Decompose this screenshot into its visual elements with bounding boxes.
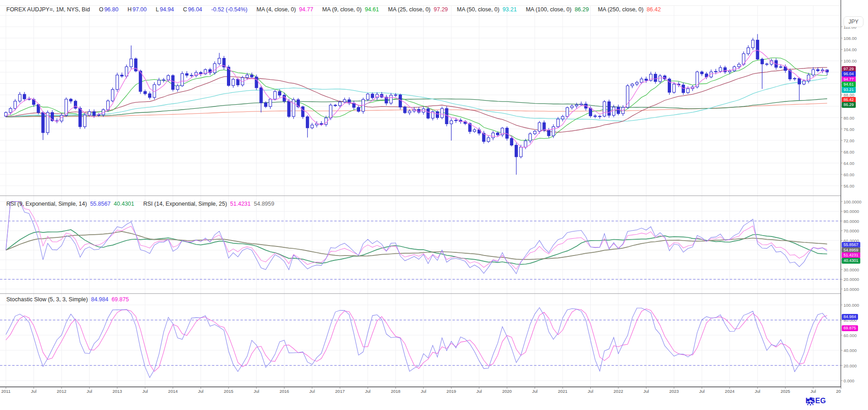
x-axis-label: Jul	[79, 389, 99, 394]
axis-value-badge: 40.4301	[842, 258, 860, 264]
ohlc-close: C96.04	[183, 6, 202, 13]
rsi-tick-label: 80.0000	[844, 219, 859, 224]
price-tick-label: 80.00	[844, 116, 854, 121]
x-axis-label: Jul	[580, 389, 600, 394]
x-axis-label: 2012	[52, 389, 72, 394]
x-axis-label: Jul	[747, 389, 767, 394]
rsi-tick-label: 70.0000	[844, 228, 859, 233]
axis-value-badge: 86.29	[842, 102, 856, 108]
ma-legend-50: MA (50, close, 0)93.21	[457, 6, 517, 13]
instrument-title: FOREX AUDJPY=, 1M, NYS, Bid	[6, 6, 90, 13]
ma-legend-25: MA (25, close, 0)97.29	[388, 6, 448, 13]
x-axis-label: 20	[833, 389, 841, 394]
x-axis-label: Jul	[358, 389, 378, 394]
axis-value-badge: 69.875	[842, 325, 858, 331]
x-axis-label: 2015	[219, 389, 239, 394]
ma-legend-250: MA (250, close, 0)86.42	[598, 6, 661, 13]
stochastic-group: Stochastic Slow (5, 3, 3, Simple) 84.984…	[6, 296, 129, 303]
rsi-tick-label: 90.0000	[844, 209, 859, 214]
x-axis-label: 2018	[386, 389, 405, 394]
x-axis-label: 2011	[0, 389, 16, 394]
x-axis-label: 2014	[163, 389, 183, 394]
rsi-fast-group: RSI (9, Exponential, Simple, 14) 55.8567…	[6, 201, 134, 207]
stoch-tick-label: 20.000	[844, 363, 857, 368]
x-axis-label: 2023	[664, 389, 684, 394]
price-tick-label: 104.00	[844, 47, 857, 52]
ohlc-open: O96.80	[99, 6, 118, 13]
axis-value-badge: 84.984	[842, 314, 858, 320]
x-axis-label: Jul	[692, 389, 712, 394]
x-axis-label: Jul	[135, 389, 155, 394]
net-change: -0.52 (-0.54%)	[211, 6, 247, 13]
x-axis-label: 2024	[720, 389, 740, 394]
ohlc-low: L94.94	[156, 6, 174, 13]
x-axis-label: 2020	[497, 389, 517, 394]
lseg-logo-mark	[805, 397, 815, 406]
stoch-tick-label: 40.000	[844, 348, 857, 353]
x-axis-label: 2022	[608, 389, 628, 394]
stoch-tick-label: 0.000	[844, 378, 854, 383]
currency-axis-button[interactable]: JPY	[844, 16, 863, 27]
price-legend: FOREX AUDJPY=, 1M, NYS, Bid O96.80 H97.0…	[6, 6, 661, 13]
x-axis-label: 2019	[441, 389, 461, 394]
rsi-legend: RSI (9, Exponential, Simple, 14) 55.8567…	[6, 201, 274, 207]
x-axis-label: 2013	[107, 389, 127, 394]
stoch-tick-label: 100.000	[844, 303, 859, 308]
x-axis-label: Jul	[414, 389, 434, 394]
rsi-slow-group: RSI (14, Exponential, Simple, 25) 51.423…	[143, 201, 274, 207]
price-tick-label: 56.00	[844, 183, 854, 188]
ohlc-high: H97.00	[127, 6, 146, 13]
x-axis-label: 2017	[330, 389, 350, 394]
x-axis-label: Jul	[469, 389, 489, 394]
rsi-tick-label: 100.0000	[844, 199, 862, 204]
price-tick-label: 68.00	[844, 150, 854, 154]
x-axis-label: Jul	[24, 389, 43, 394]
x-axis-label: Jul	[191, 389, 211, 394]
stochastic-legend: Stochastic Slow (5, 3, 3, Simple) 84.984…	[6, 296, 129, 303]
price-tick-label: 100.00	[844, 58, 857, 63]
price-tick-label: 72.00	[844, 138, 854, 143]
chart-application: FOREX AUDJPY=, 1M, NYS, Bid O96.80 H97.0…	[0, 0, 868, 410]
price-tick-label: 108.00	[844, 36, 857, 41]
ma-legend-100: MA (100, close, 0)86.29	[526, 6, 589, 13]
x-axis-label: Jul	[803, 389, 823, 394]
x-axis-label: Jul	[302, 389, 322, 394]
price-tick-label: 60.00	[844, 172, 854, 177]
x-axis-label: 2021	[553, 389, 573, 394]
price-tick-label: 76.00	[844, 127, 854, 132]
x-axis-label: 2025	[776, 389, 796, 394]
rsi-tick-label: 10.0000	[844, 287, 859, 292]
lseg-logo: LSEG	[805, 397, 826, 405]
x-axis-label: Jul	[636, 389, 656, 394]
x-axis-label: Jul	[246, 389, 266, 394]
ma-legend-9: MA (9, close, 0)94.61	[322, 6, 379, 13]
ma-legend-4: MA (4, close, 0)94.77	[256, 6, 313, 13]
x-axis-label: 2016	[275, 389, 294, 394]
rsi-tick-label: 20.0000	[844, 277, 859, 282]
axis-value-badge: 93.21	[842, 87, 856, 93]
price-tick-label: 64.00	[844, 161, 854, 166]
rsi-tick-label: 30.0000	[844, 267, 859, 272]
x-axis-label: Jul	[525, 389, 545, 394]
stoch-tick-label: 60.000	[844, 333, 857, 338]
